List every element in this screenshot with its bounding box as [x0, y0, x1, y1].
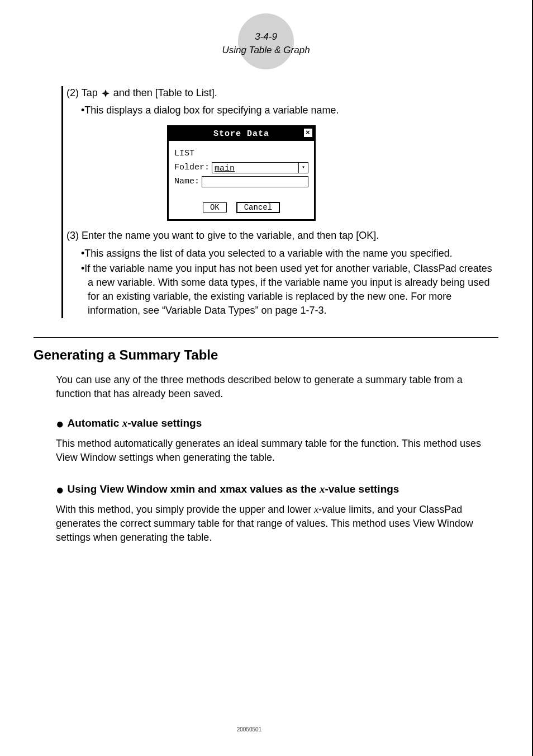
dialog-title-text: Store Data [213, 129, 269, 139]
dialog-folder-label: Folder: [174, 162, 210, 173]
dialog-folder-row: Folder: main ▾ [174, 162, 308, 173]
store-data-dialog: Store Data × LIST Folder: main ▾ [167, 125, 316, 221]
section-intro: You can use any of the three methods des… [56, 373, 498, 401]
dialog-type-label: LIST [174, 148, 194, 159]
store-data-dialog-figure: Store Data × LIST Folder: main ▾ [167, 125, 498, 221]
step-2-prefix: (2) Tap [66, 87, 101, 98]
step-2-bullet: This displays a dialog box for specifyin… [81, 103, 498, 117]
sub1-text: This method automatically generates an i… [56, 437, 498, 465]
sub2-prefix: Using View Window xmin and xmax values a… [68, 483, 320, 495]
dialog-name-input[interactable] [202, 176, 308, 187]
sub2-text: With this method, you simply provide the… [56, 503, 498, 545]
page-header: 3-4-9 Using Table & Graph [34, 13, 498, 69]
dialog-name-label: Name: [174, 176, 199, 187]
sub1-prefix: Automatic [68, 417, 122, 429]
cancel-button[interactable]: Cancel [236, 202, 280, 213]
sub1-suffix: -value settings [127, 417, 202, 429]
step-2: (2) Tap and then [Table to List]. [66, 86, 498, 100]
ok-button[interactable]: OK [203, 202, 227, 212]
header-page-number: 3-4-9 [34, 30, 498, 44]
step-2-suffix: and then [Table to List]. [113, 87, 217, 98]
step-3-bullet-2: If the variable name you input has not b… [81, 262, 498, 318]
sub1-var: x [122, 417, 128, 429]
section-divider [34, 337, 498, 338]
bullet-dot-icon: ● [56, 482, 64, 497]
dialog-folder-dropdown[interactable]: main ▾ [212, 162, 308, 173]
sub2-text-a: With this method, you simply provide the… [56, 504, 314, 515]
dialog-type-row: LIST [174, 148, 308, 159]
instruction-block: (2) Tap and then [Table to List]. This d… [61, 86, 498, 318]
dialog-titlebar: Store Data × [169, 127, 314, 141]
step-3: (3) Enter the name you want to give to t… [66, 229, 498, 243]
dialog-name-row: Name: [174, 176, 308, 187]
subheading-automatic: ●Automatic x-value settings [56, 414, 498, 433]
menu-diamond-icon [102, 89, 110, 97]
header-section-title: Using Table & Graph [34, 44, 498, 57]
subheading-viewwindow: ●Using View Window xmin and xmax values … [56, 480, 498, 499]
dialog-folder-value: main [212, 163, 298, 173]
dialog-close-icon[interactable]: × [303, 128, 313, 138]
chevron-down-icon: ▾ [298, 163, 308, 173]
step-3-bullet-1: This assigns the list of data you select… [81, 247, 498, 261]
bullet-dot-icon: ● [56, 416, 64, 431]
sub2-suffix: -value settings [325, 483, 399, 495]
section-heading: Generating a Summary Table [34, 346, 498, 365]
footer-code: 20050501 [0, 726, 498, 734]
sub2-var: x [320, 483, 325, 495]
